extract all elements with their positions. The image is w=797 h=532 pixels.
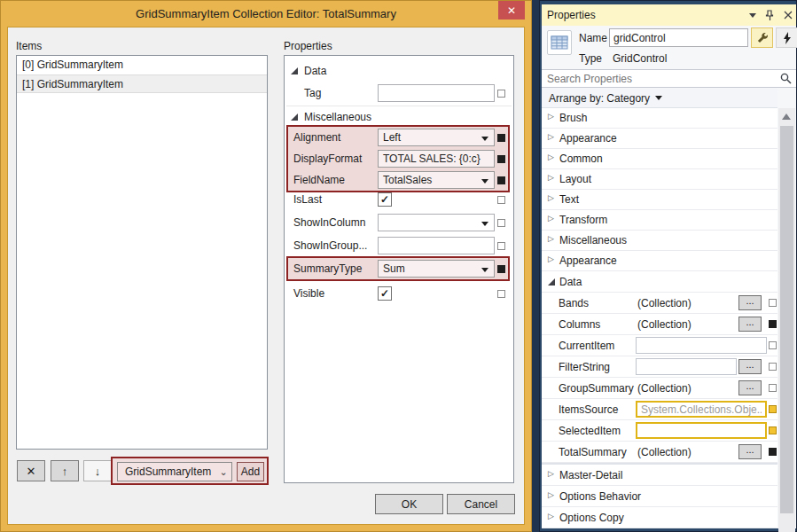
showincolumn-combobox[interactable] bbox=[378, 214, 495, 231]
category-row-miscellaneous[interactable]: ▷ Miscellaneous bbox=[542, 231, 777, 251]
properties-mode-button[interactable] bbox=[751, 27, 773, 48]
itemssource-input[interactable] bbox=[636, 401, 767, 418]
property-row-itemssource[interactable]: ItemsSource bbox=[542, 399, 777, 420]
property-marker-set[interactable] bbox=[769, 448, 777, 456]
cancel-button[interactable]: Cancel bbox=[447, 494, 515, 514]
move-up-button[interactable]: ↑ bbox=[51, 460, 79, 481]
ellipsis-button[interactable]: ... bbox=[738, 380, 762, 395]
ellipsis-button[interactable]: ... bbox=[738, 444, 762, 459]
property-label: DisplayFormat bbox=[293, 153, 362, 165]
category-row-transform[interactable]: ▷ Transform bbox=[542, 210, 777, 231]
alignment-value: Left bbox=[383, 131, 401, 144]
property-marker[interactable] bbox=[497, 219, 505, 227]
property-row-displayformat: DisplayFormat TOTAL SALES: {0:c} bbox=[285, 148, 513, 169]
property-row-totalsummary[interactable]: TotalSummary (Collection) ... bbox=[542, 442, 777, 463]
property-label: Bands bbox=[559, 297, 589, 309]
ellipsis-button[interactable]: ... bbox=[738, 295, 762, 310]
property-row-filterstring[interactable]: FilterString ... bbox=[542, 356, 777, 378]
selecteditem-input[interactable] bbox=[636, 422, 767, 439]
name-input[interactable] bbox=[609, 28, 748, 47]
ellipsis-button[interactable]: ... bbox=[738, 317, 762, 332]
property-marker[interactable] bbox=[769, 384, 777, 392]
items-listbox[interactable]: [0] GridSummaryItem [1] GridSummaryItem bbox=[16, 55, 268, 450]
list-item-selected[interactable]: [1] GridSummaryItem bbox=[17, 74, 267, 93]
panel-body: Name Type GridControl bbox=[542, 26, 796, 528]
close-icon[interactable]: ✕ bbox=[498, 1, 525, 20]
category-row-common[interactable]: ▷ Common bbox=[542, 149, 777, 169]
category-row-master-detail[interactable]: ▷ Master-Detail bbox=[542, 465, 777, 486]
property-marker[interactable] bbox=[497, 290, 505, 298]
property-label: FilterString bbox=[559, 361, 610, 373]
property-row-columns[interactable]: Columns (Collection) ... bbox=[542, 314, 777, 335]
fieldname-combobox[interactable]: TotalSales bbox=[378, 171, 495, 189]
property-value: (Collection) bbox=[637, 382, 692, 395]
property-marker-set[interactable] bbox=[497, 265, 505, 273]
category-label: Text bbox=[559, 193, 579, 206]
category-row-layout[interactable]: ▷ Layout bbox=[542, 169, 777, 190]
expander-collapsed-icon: ▷ bbox=[548, 193, 554, 202]
category-label: Transform bbox=[559, 214, 607, 226]
delete-item-button[interactable]: ✕ bbox=[17, 460, 45, 481]
ellipsis-button[interactable]: ... bbox=[738, 359, 762, 374]
property-marker[interactable] bbox=[497, 90, 505, 98]
alignment-combobox[interactable]: Left bbox=[378, 129, 495, 146]
panel-header[interactable]: Properties bbox=[542, 4, 796, 26]
search-icon[interactable] bbox=[780, 73, 792, 87]
property-marker-set[interactable] bbox=[769, 320, 777, 328]
pin-icon[interactable] bbox=[765, 10, 775, 21]
add-button-label: Add bbox=[241, 466, 260, 478]
property-marker[interactable] bbox=[769, 341, 777, 349]
currentitem-input[interactable] bbox=[636, 337, 767, 354]
category-row-options-behavior[interactable]: ▷ Options Behavior bbox=[542, 486, 777, 507]
islast-checkbox[interactable]: ✓ bbox=[378, 192, 392, 207]
scrollbar[interactable] bbox=[778, 108, 795, 532]
property-marker-binding[interactable] bbox=[769, 405, 777, 413]
property-row-fieldname: FieldName TotalSales bbox=[285, 169, 513, 191]
category-row-appearance2[interactable]: ▷ Appearance bbox=[542, 251, 777, 271]
category-row-appearance[interactable]: ▷ Appearance bbox=[542, 129, 777, 149]
search-input[interactable] bbox=[542, 70, 776, 87]
property-row-currentitem[interactable]: CurrentItem bbox=[542, 335, 777, 356]
category-row-brush[interactable]: ▷ Brush bbox=[542, 108, 777, 129]
dialog-property-grid: Data Tag Miscellaneous Alignment Left bbox=[284, 55, 514, 483]
property-label: ShowInColumn bbox=[293, 216, 365, 229]
showingroup-input[interactable] bbox=[378, 237, 495, 254]
property-marker-set[interactable] bbox=[497, 176, 505, 184]
events-mode-button[interactable] bbox=[776, 27, 797, 48]
displayformat-input[interactable]: TOTAL SALES: {0:c} bbox=[378, 150, 495, 168]
arrange-by-selector[interactable]: Arrange by: Category bbox=[542, 89, 777, 108]
group-header-miscellaneous[interactable]: Miscellaneous bbox=[285, 107, 513, 127]
category-row-options-copy[interactable]: ▷ Options Copy bbox=[542, 507, 777, 528]
group-header-data[interactable]: Data bbox=[285, 61, 513, 81]
item-type-combobox[interactable]: GridSummaryItem ⌄ bbox=[117, 462, 232, 481]
property-marker[interactable] bbox=[497, 242, 505, 250]
list-item[interactable]: [0] GridSummaryItem bbox=[17, 56, 267, 74]
move-down-button[interactable]: ↓ bbox=[83, 460, 112, 481]
scroll-up-icon[interactable] bbox=[782, 113, 791, 120]
tag-input[interactable] bbox=[378, 84, 495, 102]
close-icon[interactable] bbox=[784, 11, 793, 20]
window-position-icon[interactable] bbox=[749, 13, 756, 18]
property-row-bands[interactable]: Bands (Collection) ... bbox=[542, 293, 777, 314]
category-row-data[interactable]: Data bbox=[542, 271, 777, 293]
expander-expanded-icon bbox=[291, 67, 298, 74]
category-label: Brush bbox=[559, 112, 587, 124]
ok-button-label: OK bbox=[402, 498, 417, 511]
property-row-groupsummary[interactable]: GroupSummary (Collection) ... bbox=[542, 378, 777, 399]
category-row-text[interactable]: ▷ Text bbox=[542, 190, 777, 210]
chevron-down-icon: ⌄ bbox=[215, 466, 231, 478]
ok-button[interactable]: OK bbox=[375, 494, 443, 514]
property-marker-binding[interactable] bbox=[769, 426, 777, 434]
property-row-selecteditem[interactable]: SelectedItem bbox=[542, 420, 777, 442]
filterstring-input[interactable] bbox=[636, 358, 737, 375]
property-marker[interactable] bbox=[769, 363, 777, 371]
scrollbar-thumb[interactable] bbox=[780, 126, 793, 513]
property-marker[interactable] bbox=[769, 299, 777, 307]
property-marker-set[interactable] bbox=[497, 155, 505, 163]
add-button[interactable]: Add bbox=[237, 462, 264, 481]
summarytype-combobox[interactable]: Sum bbox=[378, 260, 495, 278]
property-marker-set[interactable] bbox=[497, 134, 505, 142]
visible-checkbox[interactable]: ✓ bbox=[378, 286, 392, 301]
property-marker[interactable] bbox=[497, 196, 505, 204]
property-label: ShowInGroup... bbox=[293, 239, 367, 252]
